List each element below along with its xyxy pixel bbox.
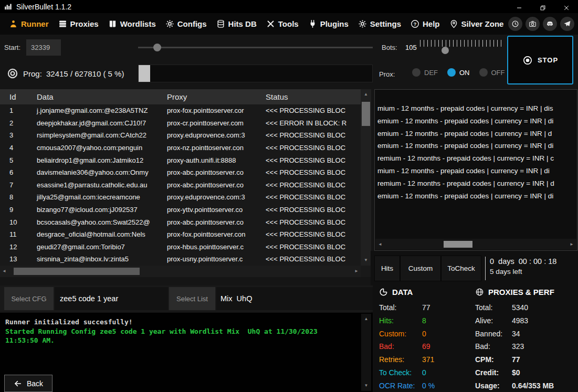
horizontal-scrollbar-thumb[interactable] [14, 268, 140, 275]
radio-icon [412, 68, 421, 77]
table-row[interactable]: 12geudi27@gmail.com:Toribio7prox-hbus.po… [0, 241, 361, 253]
bots-slider[interactable] [420, 39, 503, 57]
table-row[interactable]: 3rsimplesystem@gmail.com:CAtch22proxy.ed… [0, 129, 361, 142]
table-row[interactable]: 1j.jonjame@gmail.com:@e238A5TNZprox-fox.… [0, 104, 361, 117]
nav-item-runner[interactable]: Runner [4, 13, 54, 35]
hit-line: mium - 12 months - prepaid codes | curre… [377, 102, 577, 115]
hit-line: emium - 12 months - prepaid codes | curr… [377, 190, 577, 203]
horizontal-scrollbar-thumb[interactable] [444, 241, 472, 248]
log-scrollbar[interactable]: ▲ ▼ [361, 314, 371, 391]
tab-tocheck[interactable]: ToCheck [441, 256, 481, 281]
close-button[interactable] [554, 0, 578, 13]
nav-item-label: Plugins [320, 19, 349, 28]
select-cfg-button[interactable]: Select CFG [4, 287, 54, 310]
stat-label: Alive: [475, 314, 508, 327]
header-status[interactable]: Status [256, 89, 361, 104]
nav-item-label: Tools [278, 19, 299, 28]
settings-icon [358, 19, 367, 28]
app-logo-icon [4, 3, 12, 10]
vertical-scrollbar-thumb[interactable] [362, 102, 370, 126]
telegram-button[interactable] [560, 17, 574, 31]
stat-row: Credit:$0 [475, 366, 578, 379]
scroll-left-arrow[interactable]: ◄ [378, 240, 382, 249]
cell-status: <<< PROCESSING BLOC [256, 156, 361, 164]
table-row[interactable]: 2deepjokhakar.jd@gmail.com:CJ10!7prox-cr… [0, 117, 361, 130]
table-row[interactable]: 13sirsnina_zinta@inbox.lv:zinta5prox-usn… [0, 253, 361, 266]
stat-label: To Check: [379, 366, 418, 379]
bots-slider-thumb[interactable] [442, 47, 449, 54]
scroll-down-arrow[interactable]: ▼ [361, 382, 371, 390]
nav-item-silver-zone[interactable]: Silver Zone [445, 13, 509, 35]
table-row[interactable]: 9bizango77@icloud.com:jJ092537prox-yttv.… [0, 204, 361, 216]
header-proxy[interactable]: Proxy [157, 89, 256, 104]
wordlists-icon [108, 19, 117, 28]
hit-line: emium - 12 months - prepaid codes | curr… [377, 115, 577, 128]
stat-value: 0 [422, 327, 426, 341]
scroll-left-arrow[interactable]: ◄ [2, 267, 6, 276]
runner-icon [9, 19, 18, 28]
scroll-right-arrow[interactable]: ► [354, 267, 359, 276]
start-slider-thumb[interactable] [153, 44, 161, 51]
table-horizontal-scrollbar[interactable]: ◄ ► [0, 266, 361, 277]
plugins-icon [308, 19, 317, 28]
maximize-button[interactable] [531, 0, 554, 13]
nav-item-wordlists[interactable]: Wordlists [103, 13, 161, 35]
cell-id: 10 [0, 218, 27, 226]
scroll-up-arrow[interactable]: ▲ [361, 315, 371, 323]
select-list-button[interactable]: Select List [169, 287, 215, 310]
start-slider[interactable] [138, 43, 373, 52]
results-table-body: 1j.jonjame@gmail.com:@e238A5TNZprox-fox.… [0, 104, 361, 266]
header-data[interactable]: Data [27, 89, 157, 104]
nav-item-configs[interactable]: Configs [161, 13, 212, 35]
table-row[interactable]: 6davismelanie306@yahoo.com:Onmyprox-abc.… [0, 166, 361, 179]
prox-option-def[interactable]: DEF [412, 68, 438, 77]
hits-tabs: HitsCustomToCheck [374, 256, 481, 281]
minimize-button[interactable] [507, 0, 531, 13]
stat-label: Total: [475, 301, 508, 314]
stat-label: Total: [379, 301, 418, 314]
tab-hits[interactable]: Hits [374, 256, 400, 281]
nav-item-plugins[interactable]: Plugins [303, 13, 353, 35]
cell-proxy: proxy.eduprovence.com:3 [157, 131, 256, 139]
nav-item-settings[interactable]: Settings [353, 13, 406, 35]
back-button[interactable]: Back [4, 375, 52, 392]
scroll-right-arrow[interactable]: ► [570, 240, 574, 249]
nav-item-help[interactable]: ?Help [406, 13, 445, 35]
back-label: Back [27, 379, 43, 388]
header-id[interactable]: Id [0, 89, 27, 104]
runner-controls-row: Start: Bots: 105 [0, 35, 578, 62]
history-button[interactable] [508, 17, 522, 31]
table-row[interactable]: 8jillya25@gmail.com:icecreamconeproxy.ed… [0, 191, 361, 204]
table-row[interactable]: 10bcsocasals@yahoo.com:Swat2522@prox-abc… [0, 216, 361, 228]
stat-label: Hits: [379, 314, 418, 327]
radio-icon [479, 68, 488, 77]
cell-proxy: prox-fox.pointtoserver.con [157, 230, 256, 238]
table-row[interactable]: 5beliairdrop1@gmail.com:Jatmiko12proxy-a… [0, 154, 361, 166]
nav-item-tools[interactable]: Tools [261, 13, 303, 35]
cell-status: <<< PROCESSING BLOC [256, 107, 361, 114]
tab-custom[interactable]: Custom [400, 256, 441, 281]
table-row[interactable]: 7esassine1@parrastu.catholic.edu.auprox-… [0, 179, 361, 192]
hitsdb-icon [216, 19, 225, 28]
camera-button[interactable] [526, 17, 540, 31]
prox-option-on[interactable]: ON [447, 68, 470, 77]
table-row[interactable]: 4cmousa2007@yahoo.com:penguinprox-nz.poi… [0, 142, 361, 154]
table-row[interactable]: 11desgrace_oficial@hotmail.com:Nelsprox-… [0, 228, 361, 241]
cell-id: 6 [0, 168, 27, 176]
hits-horizontal-scrollbar[interactable]: ◄ ► [375, 239, 576, 250]
discord-icon [546, 20, 554, 28]
scroll-up-arrow[interactable]: ▲ [361, 90, 371, 99]
nav-item-hits-db[interactable]: Hits DB [212, 13, 261, 35]
discord-button[interactable] [543, 17, 557, 31]
nav-item-label: Help [423, 19, 440, 28]
nav-items: RunnerProxiesWordlistsConfigsHits DBTool… [4, 13, 508, 35]
cell-id: 8 [0, 193, 27, 201]
scroll-down-arrow[interactable]: ▼ [361, 256, 371, 264]
nav-item-proxies[interactable]: Proxies [54, 13, 103, 35]
progress-row: Prog: 32415 / 627810 ( 5 %) Prox: DEFONO… [0, 62, 578, 88]
stat-label: OCR Rate: [379, 379, 418, 392]
prox-option-off[interactable]: OFF [479, 68, 505, 77]
stat-value: 323 [512, 340, 524, 353]
table-vertical-scrollbar[interactable]: ▲ ▼ [361, 89, 371, 266]
start-input[interactable] [26, 39, 61, 56]
